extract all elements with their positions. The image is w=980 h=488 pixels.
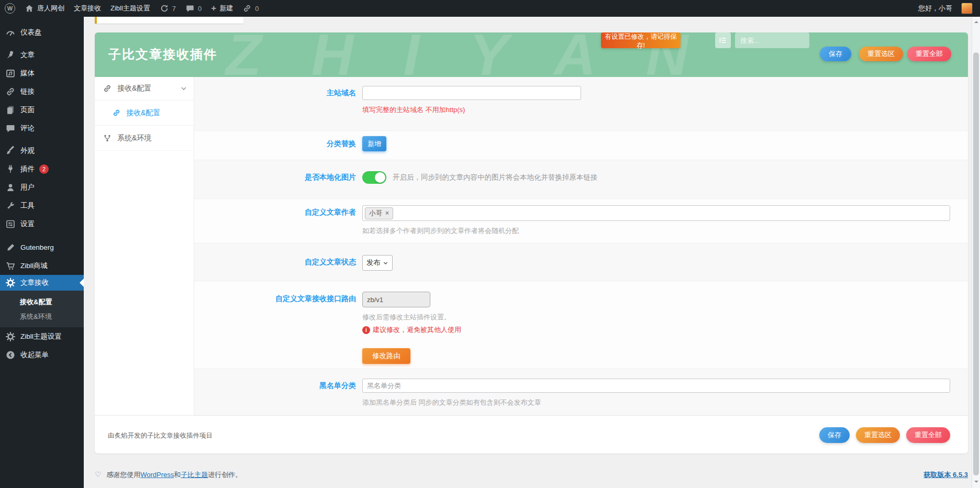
author-tag: 小哥 × bbox=[365, 207, 393, 219]
sidebar-item-media[interactable]: 媒体 bbox=[0, 64, 84, 82]
heart-icon: ♡ bbox=[95, 470, 102, 479]
brush-icon bbox=[5, 146, 16, 156]
chevron-down-icon bbox=[383, 260, 388, 266]
scroll-down-arrow[interactable] bbox=[973, 479, 979, 485]
field-label: 自定义文章状态 bbox=[194, 243, 362, 281]
sidebar-item-article-receive[interactable]: 文章接收 bbox=[0, 275, 84, 291]
admin-notice-truncated bbox=[95, 17, 243, 24]
form-row-blacklist: 黑名单分类 添加黑名单分类后 同步的文章分类如有包含则不会发布文章 bbox=[194, 369, 968, 415]
sidebar-item-dashboard[interactable]: 仪表盘 bbox=[0, 23, 84, 41]
comment-icon bbox=[185, 4, 195, 13]
sidebar-item-tools[interactable]: 工具 bbox=[0, 196, 84, 215]
submenu-item-receive-config[interactable]: 接收&配置 bbox=[0, 295, 84, 309]
save-button[interactable]: 保存 bbox=[820, 47, 851, 61]
menu-list-button[interactable] bbox=[715, 32, 731, 48]
author-tags-input[interactable]: 小哥 × bbox=[362, 205, 950, 221]
sidebar-item-collapse-menu[interactable]: 收起菜单 bbox=[0, 346, 84, 364]
toggle-description: 开启后，同步到的文章内容中的图片将会本地化并替换掉原本链接 bbox=[393, 171, 598, 184]
nav-group-receive-config[interactable]: 接收&配置 bbox=[95, 77, 194, 101]
unsaved-changes-notice-button[interactable]: 有设置已修改，请记得保存! bbox=[601, 32, 681, 48]
updates-menu[interactable]: 7 bbox=[155, 0, 181, 17]
reset-section-button[interactable]: 重置选区 bbox=[856, 427, 900, 443]
field-hint: 如若选择多个作者则同步到的文章作者将会随机分配 bbox=[362, 226, 950, 236]
search-input[interactable] bbox=[735, 32, 809, 48]
get-version-link[interactable]: 获取版本 6.5.3 bbox=[923, 470, 968, 480]
nav-item-system-env[interactable]: 系统&环境 bbox=[95, 126, 194, 151]
toolbar-item-zibll-settings[interactable]: Zibll主题设置 bbox=[106, 0, 155, 17]
field-label: 是否本地化图片 bbox=[194, 160, 362, 198]
sidebar-item-appearance[interactable]: 外观 bbox=[0, 141, 84, 160]
domain-input[interactable] bbox=[362, 86, 581, 100]
sidebar-item-zibll-store[interactable]: Zibll商城 bbox=[0, 257, 84, 275]
scrollbar-thumb[interactable] bbox=[973, 52, 979, 475]
updates-icon bbox=[160, 4, 169, 13]
sidebar-item-pages[interactable]: 页面 bbox=[0, 101, 84, 119]
article-receive-submenu: 接收&配置 系统&环境 bbox=[0, 291, 84, 327]
reset-section-button[interactable]: 重置选区 bbox=[859, 47, 903, 61]
comment-count: 0 bbox=[198, 5, 202, 13]
pencil-icon bbox=[5, 242, 16, 253]
wordpress-menu[interactable]: W bbox=[0, 0, 20, 17]
update-count: 7 bbox=[172, 5, 176, 13]
plugin-icon bbox=[5, 164, 16, 174]
route-warning: i 建议修改，避免被其他人使用 bbox=[362, 325, 950, 335]
sidebar-item-users[interactable]: 用户 bbox=[0, 178, 84, 196]
plus-icon: + bbox=[211, 4, 216, 13]
zibll-theme-link[interactable]: 子比主题 bbox=[181, 471, 208, 479]
site-name: 唐人网创 bbox=[37, 4, 64, 13]
site-name-menu[interactable]: 唐人网创 bbox=[20, 0, 69, 17]
add-category-button[interactable]: 新增 bbox=[362, 136, 386, 151]
admin-sidebar: 仪表盘 文章 媒体 链接 页面 bbox=[0, 17, 84, 488]
field-hint: 添加黑名单分类后 同步的文章分类如有包含则不会发布文章 bbox=[362, 398, 950, 407]
remove-tag-icon[interactable]: × bbox=[385, 209, 389, 217]
sidebar-item-zibll-theme-settings[interactable]: Zibll主题设置 bbox=[0, 327, 84, 346]
field-label: 自定义文章作者 bbox=[194, 199, 362, 243]
gear-icon bbox=[5, 331, 16, 342]
sidebar-item-links[interactable]: 链接 bbox=[0, 82, 84, 101]
user-icon bbox=[5, 182, 16, 193]
route-input[interactable] bbox=[362, 292, 430, 307]
toolbar-item-article-receive[interactable]: 文章接收 bbox=[69, 0, 106, 17]
wp-footer: ♡ 感谢您使用WordPress和子比主题进行创作。 获取版本 6.5.3 bbox=[95, 470, 968, 480]
chain-icon bbox=[103, 84, 112, 93]
field-label: 主站域名 bbox=[194, 77, 362, 130]
plugin-settings-card: ZHIYAN 子比文章接收插件 有设置已修改，请记得保存! 保存 重置选区 重置… bbox=[95, 32, 968, 453]
field-label: 黑名单分类 bbox=[194, 369, 362, 415]
card-header: ZHIYAN 子比文章接收插件 有设置已修改，请记得保存! 保存 重置选区 重置… bbox=[95, 32, 968, 77]
links-menu[interactable]: 0 bbox=[238, 0, 263, 17]
localize-images-toggle[interactable] bbox=[362, 171, 386, 184]
chain-icon bbox=[5, 86, 16, 97]
comments-menu[interactable]: 0 bbox=[181, 0, 206, 17]
user-avatar[interactable] bbox=[961, 3, 973, 14]
admin-bar: W 唐人网创 文章接收 Zibll主题设置 7 0 + 新 bbox=[0, 0, 980, 17]
sidebar-item-comments[interactable]: 评论 bbox=[0, 119, 84, 137]
status-select[interactable]: 发布 bbox=[362, 255, 393, 271]
new-content-menu[interactable]: + 新建 bbox=[206, 0, 238, 17]
blacklist-input[interactable] bbox=[362, 379, 950, 393]
form-row-author: 自定义文章作者 小哥 × 如若选择多个作者则同步到的文章作者将会随机分配 bbox=[194, 199, 968, 243]
sidebar-item-posts[interactable]: 文章 bbox=[0, 46, 84, 64]
account-menu[interactable]: 您好，小哥 bbox=[914, 0, 957, 17]
wordpress-link[interactable]: WordPress bbox=[140, 471, 174, 479]
form-row-domain: 主站域名 填写完整的主站域名 不用加http(s) bbox=[194, 77, 968, 131]
field-label: 分类替换 bbox=[194, 131, 362, 160]
reset-all-button[interactable]: 重置全部 bbox=[906, 427, 950, 443]
wrench-icon bbox=[5, 201, 16, 211]
page-scrollbar[interactable] bbox=[972, 17, 980, 488]
chain-icon bbox=[112, 108, 121, 117]
branch-icon bbox=[103, 134, 112, 143]
nav-item-receive-config-active[interactable]: 接收&配置 bbox=[95, 101, 194, 126]
reset-all-button[interactable]: 重置全部 bbox=[907, 47, 951, 61]
active-menu-arrow bbox=[75, 279, 84, 287]
list-icon bbox=[719, 36, 727, 45]
submenu-item-system-env[interactable]: 系统&环境 bbox=[0, 309, 84, 324]
sidebar-item-settings[interactable]: 设置 bbox=[0, 215, 84, 233]
sidebar-item-plugins[interactable]: 插件 2 bbox=[0, 160, 84, 178]
form-row-localize-images: 是否本地化图片 开启后，同步到的文章内容中的图片将会本地化并替换掉原本链接 bbox=[194, 160, 968, 199]
cart-icon bbox=[5, 261, 16, 271]
plugin-update-badge: 2 bbox=[39, 164, 49, 174]
sidebar-item-gutenberg[interactable]: Gutenberg bbox=[0, 238, 84, 257]
modify-route-button[interactable]: 修改路由 bbox=[362, 348, 410, 364]
scroll-up-arrow[interactable] bbox=[973, 19, 979, 25]
save-button[interactable]: 保存 bbox=[819, 427, 850, 443]
